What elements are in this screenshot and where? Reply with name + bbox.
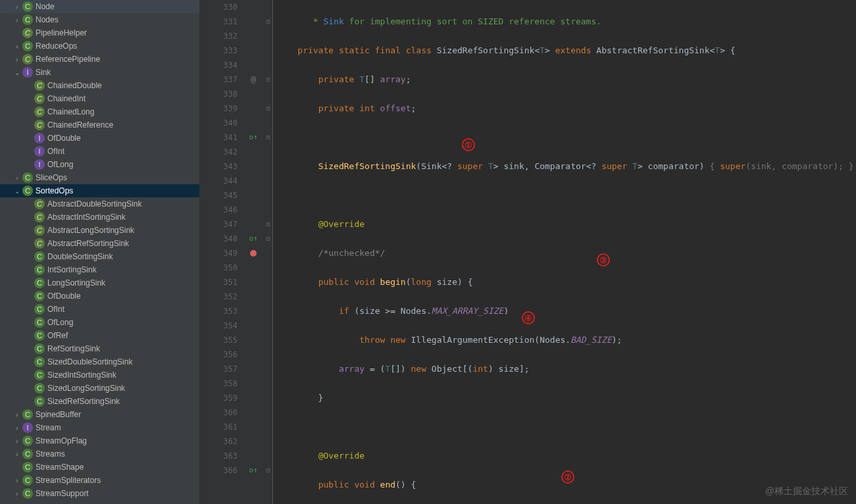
fold-toggle[interactable] bbox=[264, 203, 272, 217]
tree-arrow-icon[interactable]: › bbox=[12, 411, 22, 418]
marker-row[interactable] bbox=[243, 29, 264, 43]
marker-row[interactable] bbox=[243, 449, 264, 463]
fold-toggle[interactable] bbox=[264, 449, 272, 463]
tree-item-referencepipeline[interactable]: ›CReferencePipeline bbox=[0, 53, 199, 66]
tree-item-spinedbuffer[interactable]: ›CSpinedBuffer bbox=[0, 408, 199, 421]
marker-row[interactable] bbox=[243, 217, 264, 232]
tree-arrow-icon[interactable]: › bbox=[12, 56, 22, 63]
fold-toggle[interactable] bbox=[264, 304, 272, 318]
tree-item-sizedrefsortingsink[interactable]: CSizedRefSortingSink bbox=[0, 395, 199, 408]
marker-row[interactable] bbox=[243, 116, 264, 130]
fold-toggle[interactable] bbox=[264, 333, 272, 347]
tree-item-ofdouble[interactable]: COfDouble bbox=[0, 290, 199, 303]
tree-item-chaineddouble[interactable]: CChainedDouble bbox=[0, 79, 199, 92]
tree-arrow-icon[interactable]: › bbox=[12, 424, 22, 432]
tree-item-doublesortingsink[interactable]: CDoubleSortingSink bbox=[0, 250, 199, 263]
fold-toggle[interactable] bbox=[264, 391, 272, 405]
marker-row[interactable] bbox=[243, 290, 264, 304]
project-tree[interactable]: ›CNode›CNodesCPipelineHelper›CReduceOps›… bbox=[0, 0, 200, 504]
tree-item-refsortingsink[interactable]: CRefSortingSink bbox=[0, 342, 199, 355]
tree-item-sizedlongsortingsink[interactable]: CSizedLongSortingSink bbox=[0, 382, 199, 395]
tree-item-sortedops[interactable]: ⌄CSortedOps bbox=[0, 184, 199, 197]
tree-item-stream[interactable]: ›IStream bbox=[0, 421, 199, 434]
marker-row[interactable] bbox=[243, 347, 264, 362]
fold-toggle[interactable]: ⊟ bbox=[264, 14, 272, 29]
marker-row[interactable] bbox=[243, 275, 264, 290]
marker-row[interactable] bbox=[243, 14, 264, 29]
fold-toggle[interactable] bbox=[264, 290, 272, 304]
fold-toggle[interactable] bbox=[264, 58, 272, 72]
fold-toggle[interactable] bbox=[264, 159, 272, 174]
fold-toggle[interactable]: ⊟ bbox=[264, 72, 272, 87]
fold-toggle[interactable]: ⊟ bbox=[264, 130, 272, 145]
tree-item-abstractdoublesortingsink[interactable]: CAbstractDoubleSortingSink bbox=[0, 197, 199, 211]
tree-item-nodes[interactable]: ›CNodes bbox=[0, 13, 199, 26]
fold-toggle[interactable] bbox=[264, 0, 272, 14]
fold-toggle[interactable] bbox=[264, 362, 272, 376]
marker-row[interactable] bbox=[243, 58, 264, 72]
fold-toggle[interactable]: ⊟ bbox=[264, 463, 272, 478]
marker-row[interactable] bbox=[243, 420, 264, 434]
tree-item-streams[interactable]: ›CStreams bbox=[0, 447, 199, 461]
tree-item-streamshape[interactable]: CStreamShape bbox=[0, 461, 199, 474]
fold-toggle[interactable]: ⊟ bbox=[264, 101, 272, 116]
fold-toggle[interactable] bbox=[264, 420, 272, 434]
marker-row[interactable] bbox=[243, 376, 264, 391]
marker-row[interactable] bbox=[243, 304, 264, 318]
fold-toggle[interactable] bbox=[264, 43, 272, 58]
code-editor[interactable]: 3303313323333343373383393403413423433443… bbox=[200, 0, 856, 504]
marker-row[interactable] bbox=[243, 0, 264, 14]
tree-item-streamspliterators[interactable]: ›CStreamSpliterators bbox=[0, 474, 199, 487]
fold-toggle[interactable] bbox=[264, 116, 272, 130]
tree-item-node[interactable]: ›CNode bbox=[0, 0, 199, 13]
marker-row[interactable] bbox=[243, 145, 264, 159]
marker-row[interactable]: o↑ bbox=[243, 232, 264, 246]
fold-toggle[interactable]: ⊟ bbox=[264, 232, 272, 246]
marker-row[interactable] bbox=[243, 246, 264, 261]
tree-item-abstractintsortingsink[interactable]: CAbstractIntSortingSink bbox=[0, 211, 199, 224]
fold-toggle[interactable] bbox=[264, 145, 272, 159]
marker-row[interactable] bbox=[243, 478, 264, 492]
fold-toggle[interactable] bbox=[264, 376, 272, 391]
marker-row[interactable] bbox=[243, 159, 264, 174]
tree-item-sliceops[interactable]: ›CSliceOps bbox=[0, 171, 199, 184]
marker-row[interactable] bbox=[243, 188, 264, 203]
fold-gutter[interactable]: ⊟⊟⊟⊟⊟⊟⊟ bbox=[264, 0, 273, 504]
tree-item-pipelinehelper[interactable]: CPipelineHelper bbox=[0, 26, 199, 39]
fold-toggle[interactable] bbox=[264, 318, 272, 333]
tree-item-abstractrefsortingsink[interactable]: CAbstractRefSortingSink bbox=[0, 237, 199, 250]
marker-row[interactable]: @ bbox=[243, 72, 264, 87]
tree-item-sizedintsortingsink[interactable]: CSizedIntSortingSink bbox=[0, 368, 199, 382]
tree-item-abstractlongsortingsink[interactable]: CAbstractLongSortingSink bbox=[0, 224, 199, 237]
marker-row[interactable] bbox=[243, 405, 264, 420]
tree-item-chainedint[interactable]: CChainedInt bbox=[0, 92, 199, 105]
marker-row[interactable] bbox=[243, 434, 264, 449]
fold-toggle[interactable] bbox=[264, 174, 272, 188]
tree-item-sink[interactable]: ⌄ISink bbox=[0, 66, 199, 79]
tree-item-ofint[interactable]: IOfInt bbox=[0, 145, 199, 158]
marker-row[interactable] bbox=[243, 391, 264, 405]
marker-gutter[interactable]: @o↑o↑o↑ bbox=[243, 0, 264, 504]
marker-row[interactable] bbox=[243, 101, 264, 116]
tree-item-ofref[interactable]: COfRef bbox=[0, 329, 199, 342]
tree-arrow-icon[interactable]: › bbox=[12, 43, 22, 50]
marker-row[interactable] bbox=[243, 174, 264, 188]
tree-item-chainedlong[interactable]: CChainedLong bbox=[0, 105, 199, 118]
fold-toggle[interactable] bbox=[264, 87, 272, 101]
tree-arrow-icon[interactable]: ⌄ bbox=[12, 69, 22, 76]
fold-toggle[interactable] bbox=[264, 478, 272, 492]
override-icon[interactable]: o↑ bbox=[249, 463, 257, 478]
override-icon[interactable]: o↑ bbox=[249, 232, 257, 246]
tree-arrow-icon[interactable]: ⌄ bbox=[12, 188, 22, 195]
marker-row[interactable]: o↑ bbox=[243, 130, 264, 145]
tree-item-ofdouble[interactable]: IOfDouble bbox=[0, 132, 199, 145]
tree-arrow-icon[interactable]: › bbox=[12, 16, 22, 24]
marker-row[interactable]: o↑ bbox=[243, 463, 264, 478]
fold-toggle[interactable] bbox=[264, 188, 272, 203]
tree-item-sizeddoublesortingsink[interactable]: CSizedDoubleSortingSink bbox=[0, 355, 199, 368]
tree-item-longsortingsink[interactable]: CLongSortingSink bbox=[0, 276, 199, 290]
tree-item-streamopflag[interactable]: ›CStreamOpFlag bbox=[0, 434, 199, 447]
tree-arrow-icon[interactable]: › bbox=[12, 477, 22, 484]
fold-toggle[interactable] bbox=[264, 29, 272, 43]
fold-toggle[interactable] bbox=[264, 347, 272, 362]
